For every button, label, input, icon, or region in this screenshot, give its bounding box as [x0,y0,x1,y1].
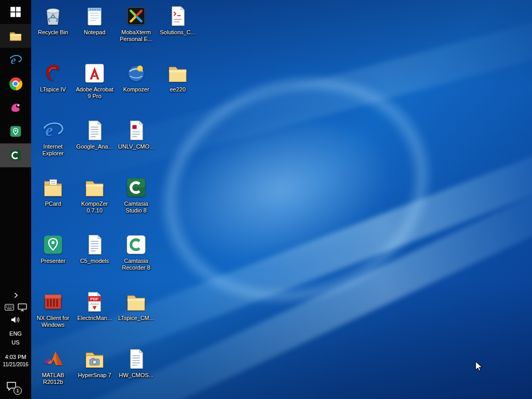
doc-red-lines-icon [166,4,190,28]
notepad-icon [83,4,107,28]
desktop-icon-label: Camtasia Recorder 8 [116,258,156,271]
desktop-icon-label: PCard [45,201,61,207]
ltspice-icon [41,61,65,85]
desktop-icon-matlab-r2012b[interactable]: MATLAB R2012b [32,346,74,399]
desktop-icon-ee220[interactable]: ee220 [157,60,198,117]
desktop-icon-presenter[interactable]: Presenter [32,232,74,289]
desktop-icon-unlv-cmo[interactable]: UNLV_CMO... [115,117,157,175]
taskbar-file-explorer[interactable] [0,24,31,48]
desktop-icon-label: Recycle Bin [38,29,68,36]
desktop-icon-camtasia-studio-8[interactable]: Camtasia Studio 8 [115,175,157,232]
mouse-cursor [473,361,485,372]
globe-icon [124,61,148,85]
desktop-icon-adobe-acrobat-9-pro[interactable]: Adobe Acrobat 9 Pro [74,60,115,117]
clock-date: 11/21/2016 [3,361,28,368]
tb-folder-icon [9,29,22,43]
desktop-icon-ltspice-cm[interactable]: LTspice_CM... [115,289,157,346]
taskbar-presenter-app[interactable] [0,119,31,143]
folder-icon [83,176,107,200]
desktop-icon-label: KompoZer 0.7.10 [74,201,115,214]
camtasia-recorder-icon [124,233,148,257]
desktop-icon-label: Camtasia Studio 8 [116,201,156,214]
taskbar-chrome[interactable] [0,72,31,96]
folder-doc-icon [41,176,65,200]
desktop-icon-c5-models[interactable]: C5_models [74,232,115,289]
display-icon[interactable] [18,303,27,313]
taskbar-apps: e [0,0,31,167]
taskbar-camtasia[interactable] [0,143,31,167]
desktop-icon-recycle-bin[interactable]: Recycle Bin [32,3,74,60]
desktop-icon-label: LTspice_CM... [118,315,154,322]
tb-chrome-icon [9,77,22,90]
desktop-icon-label: HW_CMOS... [119,372,154,379]
ie-icon: e [41,118,65,142]
acrobat-icon [83,61,107,85]
desktop-icon-kompozer-0710[interactable]: KompoZer 0.7.10 [74,175,115,232]
desktop-icon-label: MATLAB R2012b [33,372,73,385]
touch-keyboard-icon[interactable] [5,303,14,313]
clock[interactable]: 4:03 PM 11/21/2016 [3,353,28,369]
desktop-screen: Recycle Bin LTspice IV e Internet Explor… [0,0,532,399]
svg-text:PDF: PDF [90,297,99,301]
desktop-icon-electricman[interactable]: PDFAdobe ElectricMan... [74,289,115,346]
pdf-icon: PDFAdobe [83,290,107,314]
language-line2: US [9,338,22,347]
desktop-icon-label: ElectricMan... [77,315,112,322]
presenter-icon [41,233,65,257]
doc-icon [83,118,107,142]
speaker-icon [10,316,21,326]
desktop-icon-internet-explorer[interactable]: e Internet Explorer [32,117,74,175]
desktop-icon-hypersnap-7[interactable]: HyperSnap 7 [74,346,115,399]
desktop-icon-label: C5_models [80,258,109,264]
desktop-icon-pcard[interactable]: PCard [32,175,74,232]
language-line1: ENG [9,329,22,338]
desktop-icon-label: Solutions_C... [160,29,195,36]
notification-badge: 1 [14,387,22,395]
doc-icon [83,233,107,257]
show-hidden-icons-button[interactable] [0,291,31,301]
desktop-icon-hw-cmos[interactable]: HW_CMOS... [115,346,157,399]
desktop-icon-grid: Recycle Bin LTspice IV e Internet Explor… [32,3,198,399]
folder-icon [124,290,148,314]
desktop-icon-label: LTspice IV [40,86,66,93]
desktop-icon-label: Google_Ana... [76,143,113,150]
matlab-icon [41,347,65,371]
desktop-wallpaper[interactable]: Recycle Bin LTspice IV e Internet Explor… [31,0,532,399]
desktop-icon-ltspice-iv[interactable]: LTspice IV [32,60,74,117]
desktop-icon-solutions-c[interactable]: Solutions_C... [157,3,198,60]
action-center-button[interactable]: 1 [0,378,31,396]
desktop-icon-label: UNLV_CMO... [118,143,154,150]
desktop-icon-camtasia-recorder-8[interactable]: Camtasia Recorder 8 [115,232,157,289]
doc-icon [124,347,148,371]
desktop-icon-notepad[interactable]: Notepad [74,3,115,60]
language-indicator[interactable]: ENG US [9,329,22,347]
system-tray: ENG US 4:03 PM 11/21/2016 1 [0,291,31,399]
taskbar: e [0,0,31,399]
camtasia-studio-icon [124,176,148,200]
desktop-icon-label: Notepad [84,29,105,36]
desktop-icon-label: ee220 [170,86,186,93]
folder-camera-icon [83,347,107,371]
desktop-icon-label: Internet Explorer [33,143,73,157]
mobaxterm-icon [124,4,148,28]
win-icon [9,5,22,19]
taskbar-start-button[interactable] [0,0,31,24]
tb-ie-icon: e [9,53,22,66]
volume-button[interactable] [0,315,31,326]
desktop-icon-kompozer[interactable]: Kompozer [115,60,157,117]
desktop-icon-nx-client-for-windows[interactable]: NX Client for Windows [32,289,74,346]
tb-camtasia-icon [9,149,22,162]
nx-icon [41,290,65,314]
tb-media-icon [9,101,22,114]
desktop-icon-label: Presenter [41,258,65,264]
svg-text:Adobe: Adobe [90,302,99,305]
recycle-bin-icon [41,4,65,28]
desktop-icon-mobaxterm-personal[interactable]: MobaXterm Personal E... [115,3,157,60]
chevron-right-icon [14,291,18,301]
tray-icon-row [0,302,31,314]
taskbar-internet-explorer[interactable]: e [0,48,31,72]
taskbar-media-app[interactable] [0,96,31,119]
folder-icon [166,61,190,85]
desktop-icon-label: Adobe Acrobat 9 Pro [74,86,115,100]
desktop-icon-google-ana[interactable]: Google_Ana... [74,117,115,175]
